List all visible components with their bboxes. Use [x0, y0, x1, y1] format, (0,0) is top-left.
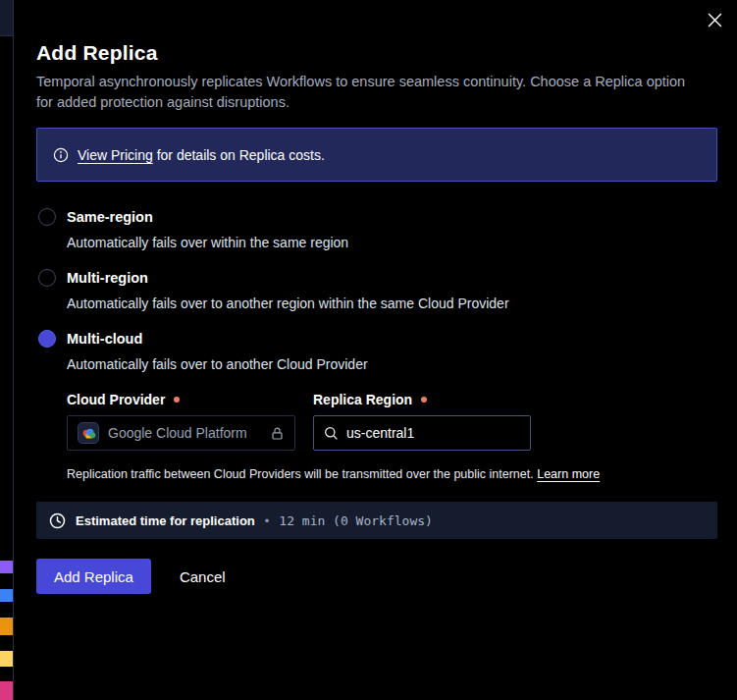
replica-region-input[interactable]: [346, 425, 520, 441]
backdrop-stripe: [0, 589, 13, 602]
option-description: Automatically fails over to another Clou…: [67, 356, 717, 372]
estimate-separator: •: [265, 513, 270, 528]
replica-region-field[interactable]: [313, 415, 531, 451]
close-button[interactable]: [705, 10, 724, 29]
replica-region-label-text: Replica Region: [313, 392, 412, 407]
view-pricing-link[interactable]: View Pricing: [78, 147, 153, 163]
cloud-provider-group: Cloud Provider Google Cloud P: [67, 392, 295, 451]
multi-cloud-form: Cloud Provider Google Cloud P: [67, 392, 717, 451]
option-label: Same-region: [67, 209, 153, 225]
modal-description: Temporal asynchronously replicates Workf…: [36, 72, 704, 112]
estimate-banner: Estimated time for replication • 12 min …: [36, 502, 717, 539]
estimate-value: 12 min (0 Workflows): [279, 513, 433, 528]
option-description: Automatically fails over within the same…: [67, 235, 717, 250]
option-head-multi-cloud[interactable]: Multi-cloud: [38, 330, 717, 348]
search-icon: [324, 426, 339, 441]
replica-options: Same-region Automatically fails over wit…: [36, 208, 717, 481]
modal-actions: Add Replica Cancel: [36, 559, 717, 594]
backdrop-stripe: [0, 618, 13, 635]
required-dot: [421, 397, 427, 403]
radio-multi-region[interactable]: [38, 269, 56, 287]
cloud-provider-value: Google Cloud Platform: [108, 425, 261, 441]
pricing-banner-suffix: for details on Replica costs.: [153, 147, 325, 163]
modal-title: Add Replica: [36, 41, 717, 65]
pricing-banner: View Pricing for details on Replica cost…: [36, 128, 717, 182]
lock-icon: [270, 426, 285, 441]
cancel-button[interactable]: Cancel: [180, 568, 226, 585]
option-label: Multi-cloud: [67, 331, 142, 347]
clock-icon: [49, 512, 66, 529]
cloud-provider-label: Cloud Provider: [67, 392, 295, 407]
page-header-edge: [0, 0, 13, 36]
backdrop-stripe: [0, 681, 13, 700]
replica-option-same-region: Same-region Automatically fails over wit…: [36, 208, 717, 250]
pricing-banner-text: View Pricing for details on Replica cost…: [78, 147, 325, 163]
estimate-label: Estimated time for replication: [76, 513, 255, 528]
replica-option-multi-cloud: Multi-cloud Automatically fails over to …: [36, 330, 717, 481]
replica-option-multi-region: Multi-region Automatically fails over to…: [36, 269, 717, 311]
option-head-same-region[interactable]: Same-region: [38, 208, 717, 226]
note-text: Replication traffic between Cloud Provid…: [67, 467, 534, 481]
backdrop-stripe: [0, 561, 13, 573]
public-internet-note: Replication traffic between Cloud Provid…: [67, 467, 717, 481]
gcp-logo-icon: [78, 422, 99, 444]
add-replica-modal: Add Replica Temporal asynchronously repl…: [14, 0, 737, 700]
add-replica-button[interactable]: Add Replica: [36, 559, 151, 594]
option-description: Automatically fails over to another regi…: [67, 296, 717, 311]
info-icon: [53, 147, 69, 163]
radio-multi-cloud[interactable]: [38, 330, 56, 348]
cloud-provider-label-text: Cloud Provider: [67, 392, 165, 407]
replica-region-label: Replica Region: [313, 392, 531, 407]
close-icon: [708, 13, 722, 27]
radio-same-region[interactable]: [38, 208, 56, 226]
option-label: Multi-region: [67, 270, 148, 286]
required-dot: [174, 397, 180, 403]
option-head-multi-region[interactable]: Multi-region: [38, 269, 717, 287]
cloud-provider-select[interactable]: Google Cloud Platform: [67, 415, 295, 451]
replica-region-group: Replica Region: [313, 392, 531, 451]
backdrop-stripe: [0, 651, 13, 667]
learn-more-link[interactable]: Learn more: [537, 467, 600, 481]
